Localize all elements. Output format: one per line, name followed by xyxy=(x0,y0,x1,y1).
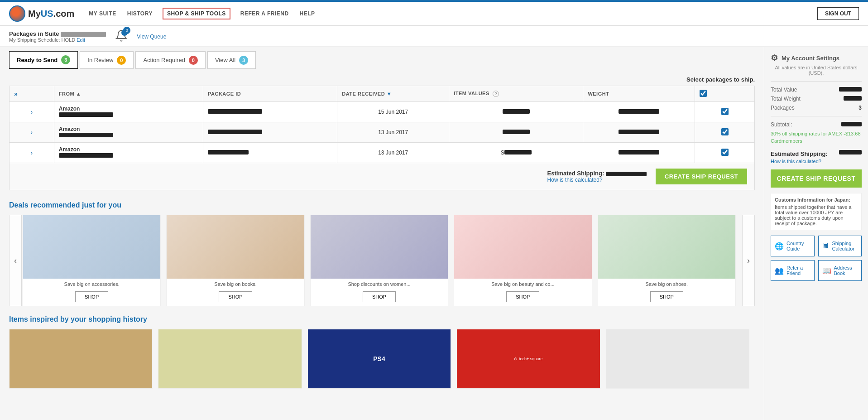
redacted-weight-3 xyxy=(619,150,659,154)
row-check-3[interactable] xyxy=(695,143,755,163)
sort-date-icon: ▼ xyxy=(387,91,392,97)
edit-schedule-link[interactable]: Edit xyxy=(77,37,85,43)
row-value-3: S xyxy=(449,143,583,163)
carousel-next-button[interactable]: › xyxy=(742,215,755,306)
shop-button-5[interactable]: SHOP xyxy=(650,291,683,302)
refer-friend-button[interactable]: 👥 Refer a Friend xyxy=(771,260,815,281)
inspired-section: Items inspired by your shopping history … xyxy=(9,315,755,389)
row-value-1 xyxy=(449,102,583,122)
redacted-pkgid-3 xyxy=(208,150,249,154)
row-date-1: 15 Jun 2017 xyxy=(337,102,449,122)
header: MyUS.com MY SUITE HISTORY SHOP & SHIP TO… xyxy=(0,2,868,26)
view-queue-link[interactable]: View Queue xyxy=(137,34,166,40)
redacted-weight-2 xyxy=(619,130,659,134)
customs-info-box: Customs Information for Japan: Items shi… xyxy=(771,193,862,230)
shop-button-1[interactable]: SHOP xyxy=(75,291,108,302)
nav-shop-ship-tools[interactable]: SHOP & SHIP TOOLS xyxy=(163,8,230,19)
inspired-items: PS4 ⊙ tech+ square xyxy=(9,329,755,389)
address-book-button[interactable]: 📖 Address Book xyxy=(818,260,862,281)
inspired-card: ⊙ tech+ square xyxy=(456,329,600,389)
col-pkgid-header[interactable]: PACKAGE ID xyxy=(203,86,337,102)
redacted-pkgid-1 xyxy=(208,109,262,114)
create-ship-request-sidebar-button[interactable]: CREATE SHIP REQUEST xyxy=(771,169,862,188)
deals-section: Deals recommended just for you ‹ Save bi… xyxy=(9,201,755,306)
globe-icon: 🌐 xyxy=(775,242,784,251)
notifications-icon[interactable]: 0 xyxy=(115,29,128,43)
suite-bar: Packages in Suite My Shipping Schedule: … xyxy=(0,26,868,47)
country-guide-button[interactable]: 🌐 Country Guide xyxy=(771,236,815,256)
inspired-card xyxy=(606,329,749,389)
col-date-header[interactable]: DATE RECEIVED ▼ xyxy=(337,86,449,102)
deal-desc-1: Save big on accessories. xyxy=(23,279,160,290)
col-weight-header[interactable]: WEIGHT xyxy=(583,86,695,102)
subtotal-label: Subtotal: xyxy=(771,121,792,128)
col-select-all-header[interactable] xyxy=(695,86,755,102)
account-settings-link[interactable]: ⚙ My Account Settings xyxy=(771,53,862,63)
select-all-checkbox[interactable] xyxy=(700,90,707,97)
sidebar-divider-redacted xyxy=(839,87,862,93)
deal-image-1 xyxy=(23,215,160,279)
est-shipping-sidebar-label: Estimated Shipping: xyxy=(771,150,828,157)
row-expand-3[interactable]: › xyxy=(10,143,54,163)
tab-view-all[interactable]: View All 3 xyxy=(207,51,256,69)
row-check-1[interactable] xyxy=(695,102,755,122)
row-checkbox-3[interactable] xyxy=(721,149,729,156)
row-from-2: Amazon xyxy=(54,122,203,143)
suite-sub: My Shipping Schedule: HOLD Edit xyxy=(9,37,106,43)
content-area: Ready to Send 3 In Review 0 Action Requi… xyxy=(0,47,764,420)
shop-button-2[interactable]: SHOP xyxy=(219,291,252,302)
sign-out-button[interactable]: SIGN OUT xyxy=(817,7,859,20)
sidebar-total-weight-row: Total Weight xyxy=(771,94,862,103)
notification-count: 0 xyxy=(123,27,130,34)
tab-action-required[interactable]: Action Required 0 xyxy=(135,51,206,69)
col-expand-all[interactable]: » xyxy=(10,86,54,102)
tab-ready-to-send[interactable]: Ready to Send 3 xyxy=(9,51,78,69)
row-weight-3 xyxy=(583,143,695,163)
shipping-calculator-button[interactable]: 🖩 Shipping Calculator xyxy=(818,236,862,256)
row-expand-1[interactable]: › xyxy=(10,102,54,122)
col-from-header[interactable]: FROM ▲ xyxy=(54,86,203,102)
logo[interactable]: MyUS.com xyxy=(9,5,74,22)
logo-globe-icon xyxy=(9,5,25,22)
row-check-2[interactable] xyxy=(695,122,755,143)
sidebar-cardmembers-text: Cardmembers xyxy=(771,138,862,144)
sidebar-inner: ⚙ My Account Settings All values are in … xyxy=(764,47,868,287)
item-values-info-icon[interactable]: ? xyxy=(493,91,499,97)
col-value-header[interactable]: ITEM VALUES ? xyxy=(449,86,583,102)
sidebar-currency-note: All values are in United States dollars … xyxy=(771,65,862,76)
how-calculated-link[interactable]: How is this calculated? xyxy=(547,177,647,183)
row-date-2: 13 Jun 2017 xyxy=(337,122,449,143)
row-expand-2[interactable]: › xyxy=(10,122,54,143)
tab-action-badge: 0 xyxy=(189,56,198,65)
shop-button-4[interactable]: SHOP xyxy=(506,291,539,302)
packages-label: Packages xyxy=(771,105,795,111)
deals-items: Save big on accessories. SHOP Save big o… xyxy=(9,215,755,306)
nav-history[interactable]: HISTORY xyxy=(126,9,153,19)
deal-card: Save big on beauty and co... SHOP xyxy=(454,215,592,306)
tab-in-review[interactable]: In Review 0 xyxy=(80,51,134,69)
total-weight-label: Total Weight xyxy=(771,96,801,102)
create-ship-request-button[interactable]: CREATE SHIP REQUEST xyxy=(656,169,747,184)
inspired-image-2 xyxy=(158,329,301,388)
nav-help[interactable]: HELP xyxy=(299,9,316,19)
table-row: › Amazon 13 Jun 2017 S xyxy=(10,143,755,163)
deal-image-5 xyxy=(598,215,735,279)
deal-desc-5: Save big on shoes. xyxy=(598,279,735,290)
est-shipping-bar: Estimated Shipping: How is this calculat… xyxy=(9,163,755,190)
carousel-prev-button[interactable]: ‹ xyxy=(9,215,22,306)
row-checkbox-2[interactable] xyxy=(721,128,729,135)
sidebar-how-calculated-link[interactable]: How is this calculated? xyxy=(771,159,862,164)
shop-button-3[interactable]: SHOP xyxy=(363,291,396,302)
redacted-from-sub-2 xyxy=(59,133,113,137)
deal-image-4 xyxy=(454,215,591,279)
sidebar-est-shipping-row: Estimated Shipping: xyxy=(771,146,862,159)
est-shipping-sidebar-amount xyxy=(839,150,862,156)
people-icon: 👥 xyxy=(775,266,784,275)
est-shipping-value-redacted xyxy=(606,172,647,176)
redacted-value-1 xyxy=(503,109,530,114)
inspired-image-3: PS4 xyxy=(308,329,451,388)
inspired-image-4: ⊙ tech+ square xyxy=(457,329,599,388)
row-checkbox-1[interactable] xyxy=(721,108,729,115)
nav-refer-friend[interactable]: REFER A FRIEND xyxy=(240,9,290,19)
nav-my-suite[interactable]: MY SUITE xyxy=(88,9,117,19)
